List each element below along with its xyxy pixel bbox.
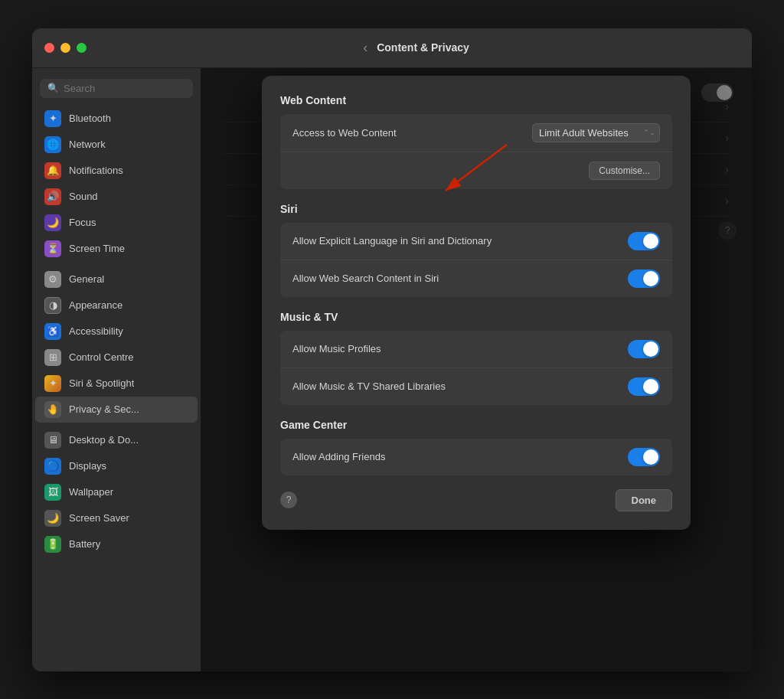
sidebar-item-label: General	[69, 273, 104, 285]
sidebar-item-label: Notifications	[69, 165, 123, 176]
sidebar-item-desktop-dock[interactable]: 🖥 Desktop & Do...	[35, 427, 198, 453]
siri-section-title: Siri	[280, 203, 672, 215]
sidebar-item-label: Screen Time	[69, 243, 125, 254]
sidebar-item-network[interactable]: 🌐 Network	[35, 132, 198, 158]
search-bar[interactable]: 🔍	[40, 79, 193, 98]
game-center-section-title: Game Center	[280, 419, 672, 431]
music-tv-group: Allow Music Profiles Allow Music & TV Sh…	[280, 331, 672, 405]
sidebar-item-label: Privacy & Sec...	[69, 403, 139, 415]
notifications-icon: 🔔	[44, 162, 61, 179]
music-tv-row-2-label: Allow Music & TV Shared Libraries	[292, 381, 446, 392]
siri-group: Allow Explicit Language in Siri and Dict…	[280, 223, 672, 297]
titlebar: ‹ Content & Privacy	[32, 28, 752, 68]
modal-help-button[interactable]: ?	[280, 492, 297, 508]
music-tv-row-1-toggle[interactable]	[628, 340, 660, 358]
modal-overlay: Web Content Access to Web Content Unrest…	[201, 68, 752, 671]
music-tv-row-2: Allow Music & TV Shared Libraries	[280, 368, 672, 405]
game-center-row-1-toggle[interactable]	[628, 448, 660, 466]
web-content-section: Web Content Access to Web Content Unrest…	[280, 94, 672, 189]
music-tv-row-1: Allow Music Profiles	[280, 331, 672, 368]
web-content-row-right: Unrestricted Access Limit Adult Websites…	[532, 123, 660, 142]
siri-row-1-toggle[interactable]	[628, 232, 660, 250]
titlebar-center: ‹ Content & Privacy	[93, 40, 740, 56]
main-content: › › › › ?	[201, 68, 752, 671]
siri-spotlight-icon: ✦	[44, 375, 61, 392]
siri-row-2-toggle[interactable]	[628, 269, 660, 288]
web-content-group: Access to Web Content Unrestricted Acces…	[280, 114, 672, 189]
sidebar-item-focus[interactable]: 🌙 Focus	[35, 210, 198, 236]
siri-row-2-label: Allow Web Search Content in Siri	[292, 273, 439, 284]
game-center-row-1: Allow Adding Friends	[280, 439, 672, 475]
siri-row-1: Allow Explicit Language in Siri and Dict…	[280, 223, 672, 260]
sidebar-item-bluetooth[interactable]: ✦ Bluetooth	[35, 106, 198, 132]
sidebar-item-label: Desktop & Do...	[69, 434, 139, 446]
sidebar-item-appearance[interactable]: ◑ Appearance	[35, 292, 198, 318]
siri-row-1-label: Allow Explicit Language in Siri and Dict…	[292, 235, 492, 247]
game-center-row-1-label: Allow Adding Friends	[292, 451, 385, 462]
sidebar-item-general[interactable]: ⚙ General	[35, 266, 198, 292]
sidebar-item-privacy-security[interactable]: 🤚 Privacy & Sec...	[35, 397, 198, 423]
sidebar-item-displays[interactable]: 🔵 Displays	[35, 453, 198, 479]
modal-bottom: ? Done	[280, 489, 672, 511]
sidebar-item-siri-spotlight[interactable]: ✦ Siri & Spotlight	[35, 371, 198, 397]
modal-dialog: Web Content Access to Web Content Unrest…	[262, 76, 691, 530]
sidebar-item-battery[interactable]: 🔋 Battery	[35, 531, 198, 557]
sidebar-item-sound[interactable]: 🔊 Sound	[35, 184, 198, 210]
access-web-content-dropdown-wrapper[interactable]: Unrestricted Access Limit Adult Websites…	[532, 123, 660, 142]
sidebar-item-label: Bluetooth	[69, 113, 111, 124]
sidebar-item-accessibility[interactable]: ♿ Accessibility	[35, 318, 198, 345]
sidebar: 🔍 ✦ Bluetooth 🌐 Network 🔔 Notifications …	[32, 68, 201, 671]
accessibility-icon: ♿	[44, 323, 61, 340]
privacy-security-icon: 🤚	[44, 401, 61, 418]
network-icon: 🌐	[44, 136, 61, 153]
desktop-dock-icon: 🖥	[44, 432, 61, 449]
sidebar-item-screen-saver[interactable]: 🌙 Screen Saver	[35, 505, 198, 531]
sidebar-item-label: Battery	[69, 538, 100, 550]
screen-saver-icon: 🌙	[44, 510, 61, 527]
music-tv-section-title: Music & TV	[280, 311, 672, 323]
sidebar-item-label: Accessibility	[69, 325, 123, 337]
done-button[interactable]: Done	[616, 489, 673, 511]
sidebar-item-label: Siri & Spotlight	[69, 377, 134, 389]
appearance-icon: ◑	[44, 297, 61, 314]
sidebar-item-label: Appearance	[69, 299, 122, 311]
search-icon: 🔍	[47, 83, 59, 93]
music-tv-row-2-toggle[interactable]	[628, 377, 660, 396]
customise-button[interactable]: Customise...	[589, 162, 660, 180]
game-center-group: Allow Adding Friends	[280, 439, 672, 475]
general-icon: ⚙	[44, 271, 61, 288]
sidebar-item-label: Screen Saver	[69, 512, 129, 524]
sidebar-item-label: Network	[69, 139, 106, 150]
sidebar-item-wallpaper[interactable]: 🖼 Wallpaper	[35, 479, 198, 505]
close-button[interactable]	[44, 43, 54, 53]
window-title: Content & Privacy	[377, 41, 469, 54]
sidebar-item-label: Wallpaper	[69, 486, 113, 498]
sidebar-item-label: Focus	[69, 217, 96, 228]
minimize-button[interactable]	[60, 43, 70, 53]
bluetooth-icon: ✦	[44, 110, 61, 127]
sidebar-item-notifications[interactable]: 🔔 Notifications	[35, 158, 198, 184]
sidebar-item-label: Control Centre	[69, 351, 134, 363]
music-tv-row-1-label: Allow Music Profiles	[292, 343, 381, 354]
sidebar-item-control-centre[interactable]: ⊞ Control Centre	[35, 345, 198, 371]
back-button[interactable]: ‹	[363, 40, 368, 56]
window-body: 🔍 ✦ Bluetooth 🌐 Network 🔔 Notifications …	[32, 68, 752, 671]
siri-section: Siri Allow Explicit Language in Siri and…	[280, 203, 672, 297]
web-content-row: Access to Web Content Unrestricted Acces…	[280, 114, 672, 152]
music-tv-section: Music & TV Allow Music Profiles Allow Mu…	[280, 311, 672, 405]
maximize-button[interactable]	[77, 43, 87, 53]
sidebar-item-label: Displays	[69, 460, 106, 472]
search-input[interactable]	[64, 83, 185, 94]
customise-row: Customise...	[280, 152, 672, 189]
screen-time-icon: ⏳	[44, 240, 61, 257]
web-content-row-label: Access to Web Content	[292, 127, 397, 139]
web-content-title: Web Content	[280, 94, 672, 106]
sound-icon: 🔊	[44, 188, 61, 205]
displays-icon: 🔵	[44, 458, 61, 475]
battery-icon: 🔋	[44, 536, 61, 553]
sidebar-item-screen-time[interactable]: ⏳ Screen Time	[35, 236, 198, 262]
focus-icon: 🌙	[44, 214, 61, 231]
main-window: ‹ Content & Privacy 🔍 ✦ Bluetooth 🌐 Netw…	[32, 28, 752, 671]
access-web-content-dropdown[interactable]: Unrestricted Access Limit Adult Websites…	[532, 123, 660, 142]
sidebar-item-label: Sound	[69, 191, 98, 202]
